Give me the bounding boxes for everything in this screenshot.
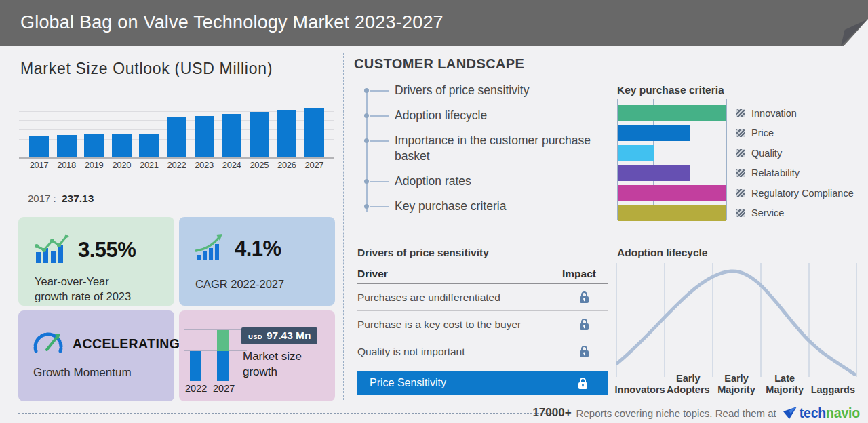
growth-card: 2022 2027 USD 97.43 Mn Market size growt…: [179, 310, 335, 401]
lock-icon: [579, 345, 589, 358]
adoption-stage-labels: InnovatorsEarly AdoptersEarly MajorityLa…: [616, 373, 857, 396]
legend-item: Innovation: [736, 105, 854, 121]
list-tick: [370, 206, 389, 207]
adoption-title: Adoption lifecycle: [617, 247, 708, 259]
legend-label: Relatability: [751, 167, 800, 178]
market-size-chart: 2017201820192020202120222023202420252026…: [19, 102, 334, 172]
yoy-desc-line1: Year-over-Year: [35, 274, 131, 289]
customer-landscape-title: CUSTOMER LANDSCAPE: [354, 56, 524, 72]
report-count: 17000+: [532, 406, 571, 420]
adoption-chart: InnovatorsEarly AdoptersEarly MajorityLa…: [616, 262, 857, 397]
market-bar-year-label: 2025: [250, 160, 269, 175]
market-bar: [167, 117, 186, 157]
adoption-stage-label: Late Majority: [761, 373, 809, 396]
legend-item: Service: [736, 205, 854, 221]
market-bar-year-label: 2018: [57, 160, 77, 175]
growth-year-label: 2022: [185, 383, 207, 394]
yoy-desc-line2: growth rate of 2023: [35, 289, 131, 304]
list-dot-icon: [364, 204, 369, 209]
header-band: Global Bag on Valve Technology Market 20…: [0, 0, 868, 46]
momentum-card: ACCELERATING Growth Momentum: [18, 310, 174, 401]
footer-text: Reports covering niche topics. Read them…: [576, 407, 776, 419]
legend-label: Regulatory Compliance: [751, 188, 854, 199]
kpc-bar: [618, 165, 690, 181]
driver-row: Purchase is a key cost to the buyer: [357, 311, 608, 338]
x-axis-line: [19, 157, 334, 159]
growth-card-text: Market size growth: [243, 348, 302, 380]
footer-dashed-line: [18, 413, 553, 414]
growth-year-label: 2027: [213, 383, 235, 394]
cagr-card: 4.1% CAGR 2022-2027: [179, 217, 335, 306]
kpc-bar: [618, 185, 726, 201]
cagr-arrow-icon: [194, 233, 226, 264]
legend-item: Quality: [736, 145, 854, 161]
lock-icon: [579, 291, 589, 304]
market-bar: [139, 134, 159, 157]
growth-trend-icon: [33, 233, 70, 267]
landscape-item: Adoption rates: [366, 174, 617, 189]
growth-bar-2027-growth: [217, 330, 229, 351]
market-bar-year-label: 2026: [277, 160, 296, 175]
landscape-item: Adoption lifecycle: [366, 108, 617, 123]
legend-swatch-icon: [736, 189, 745, 197]
market-bar-year-label: 2023: [195, 160, 214, 175]
market-bar: [277, 110, 296, 157]
dashed-underline: [354, 75, 861, 75]
market-bar-year-label: 2020: [112, 160, 132, 175]
highlight-label: Price Sensitivity: [370, 377, 446, 389]
growth-text-line1: Market size: [243, 348, 302, 364]
lock-icon: [579, 291, 589, 304]
market-bar: [222, 114, 241, 157]
lock-icon: [579, 345, 589, 358]
legend-item: Relatability: [736, 165, 854, 181]
kpc-bar: [618, 205, 726, 221]
market-bar-year-label: 2017: [29, 160, 49, 175]
fold-corner: [844, 19, 868, 46]
note-separator: :: [54, 193, 56, 204]
note-year: 2017: [28, 193, 50, 204]
badge-value: 97.43 Mn: [267, 329, 311, 342]
list-dot-icon: [364, 88, 369, 93]
bell-curve: [617, 271, 854, 374]
yoy-value: 3.55%: [78, 238, 136, 262]
market-chart-plot: [19, 102, 334, 157]
adoption-stage-label: Laggards: [809, 373, 857, 396]
yoy-desc: Year-over-Year growth rate of 2023: [35, 274, 131, 304]
driver-label: Quality is not important: [357, 346, 465, 358]
legend-swatch-icon: [736, 109, 745, 117]
lock-icon: [579, 318, 589, 331]
market-bar-year-label: 2027: [304, 160, 324, 175]
page-title: Global Bag on Valve Technology Market 20…: [20, 0, 443, 45]
kpc-chart: [617, 99, 727, 220]
legend-swatch-icon: [736, 169, 745, 177]
gridline: [726, 99, 727, 220]
market-bar: [84, 134, 104, 157]
legend-item: Regulatory Compliance: [736, 185, 854, 201]
brand-prefix: tech: [800, 405, 826, 421]
kpc-bars: [618, 99, 726, 226]
drivers-title: Drivers of price sensitivity: [357, 247, 489, 259]
driver-label: Purchase is a key cost to the buyer: [357, 319, 521, 331]
market-bar-year-label: 2022: [167, 160, 186, 175]
list-dot-icon: [364, 113, 369, 118]
driver-row: Quality is not important: [357, 338, 608, 365]
cagr-value: 4.1%: [235, 237, 281, 261]
gridline: [184, 329, 247, 330]
impact-column-header: Impact: [562, 268, 596, 280]
yoy-card: 3.55% Year-over-Year growth rate of 2023: [18, 217, 174, 306]
market-bar: [304, 108, 324, 157]
footer: 17000+ Reports covering niche topics. Re…: [532, 403, 860, 422]
badge-currency: USD: [248, 333, 262, 340]
kpc-bar: [618, 105, 726, 121]
legend-label: Price: [751, 127, 774, 138]
legend-swatch-icon: [736, 149, 745, 157]
legend-item: Price: [736, 125, 854, 141]
technavio-logo[interactable]: tech navio: [783, 405, 860, 421]
landscape-item: Drivers of price sensitivity: [366, 83, 617, 98]
market-bar-year-label: 2019: [84, 160, 104, 175]
drivers-table-header: Driver Impact: [357, 264, 608, 284]
growth-text-line2: growth: [243, 364, 302, 380]
market-bar-year-label: 2021: [139, 160, 159, 175]
landscape-item-label: Adoption lifecycle: [395, 108, 487, 123]
growth-bar-2027-base: [217, 351, 229, 381]
